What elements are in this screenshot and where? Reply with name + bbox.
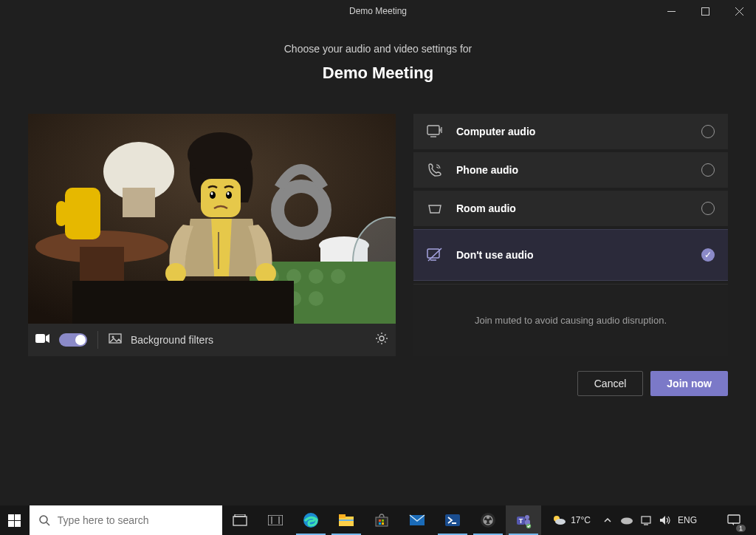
audio-option-none[interactable]: Don't use audio — [413, 229, 728, 281]
svg-rect-43 — [15, 514, 21, 520]
svg-point-35 — [112, 336, 114, 338]
svg-rect-60 — [379, 522, 381, 525]
svg-rect-44 — [8, 521, 14, 527]
audio-option-computer[interactable]: Computer audio — [413, 114, 728, 149]
task-timeline-button[interactable] — [258, 505, 293, 535]
taskbar-search[interactable] — [30, 505, 222, 535]
taskbar-app-mail[interactable] — [399, 505, 435, 535]
radio-icon — [701, 125, 715, 138]
subheading: Choose your audio and video settings for — [0, 43, 756, 55]
phone-audio-icon — [427, 163, 443, 177]
svg-point-26 — [226, 191, 232, 199]
join-label: Join now — [667, 378, 712, 389]
room-audio-icon — [427, 202, 443, 214]
tray-onedrive-icon[interactable] — [620, 516, 633, 525]
taskbar: T 17°C ENG 1 — [0, 505, 756, 535]
svg-rect-24 — [201, 179, 241, 217]
divider — [97, 331, 98, 349]
taskbar-app-powershell[interactable] — [435, 505, 470, 535]
minimize-button[interactable] — [654, 0, 688, 22]
taskbar-pinned: T — [222, 505, 541, 535]
svg-rect-10 — [123, 188, 155, 217]
search-icon — [38, 514, 50, 526]
prejoin-screen: Choose your audio and video settings for… — [0, 22, 756, 505]
svg-rect-61 — [382, 522, 384, 525]
titlebar: Demo Meeting — [0, 0, 756, 22]
radio-checked-icon — [701, 248, 715, 262]
background-filters-button[interactable]: Background filters — [131, 334, 213, 346]
svg-point-27 — [211, 192, 213, 195]
svg-point-68 — [489, 520, 492, 523]
windows-icon — [8, 514, 21, 527]
close-button[interactable] — [722, 0, 756, 22]
start-button[interactable] — [0, 505, 30, 535]
svg-point-71 — [525, 515, 529, 519]
camera-icon — [35, 333, 50, 347]
maximize-button[interactable] — [688, 0, 722, 22]
action-center-button[interactable]: 1 — [718, 505, 750, 535]
cancel-button[interactable]: Cancel — [577, 371, 644, 396]
weather-icon — [551, 514, 566, 526]
svg-point-36 — [379, 336, 384, 341]
svg-rect-49 — [235, 514, 245, 517]
taskbar-app-teams[interactable]: T — [506, 505, 541, 535]
svg-rect-56 — [339, 519, 354, 521]
no-audio-icon — [427, 248, 443, 262]
svg-point-66 — [487, 516, 489, 519]
svg-point-30 — [165, 263, 186, 284]
taskbar-app-edge[interactable] — [293, 505, 329, 535]
tray-chevron-icon[interactable] — [601, 517, 614, 523]
svg-line-47 — [47, 522, 49, 525]
svg-point-76 — [621, 518, 633, 525]
svg-rect-50 — [268, 515, 283, 525]
svg-rect-48 — [233, 517, 247, 525]
tray-network-icon[interactable] — [639, 515, 653, 525]
svg-rect-33 — [35, 334, 45, 343]
join-now-button[interactable]: Join now — [650, 371, 728, 396]
svg-point-64 — [481, 513, 495, 528]
svg-point-18 — [309, 269, 323, 284]
weather-widget[interactable]: 17°C — [547, 514, 595, 526]
taskbar-app-explorer[interactable] — [329, 505, 364, 535]
audio-option-label: Don't use audio — [456, 249, 688, 261]
video-controls-bar: Background filters — [28, 324, 396, 356]
camera-feed-image — [28, 114, 396, 324]
hint-text: Join muted to avoid causing audio disrup… — [475, 315, 667, 326]
svg-point-19 — [331, 269, 346, 284]
svg-rect-1 — [701, 7, 709, 15]
svg-point-23 — [188, 132, 252, 177]
video-preview — [28, 114, 396, 324]
search-input[interactable] — [58, 514, 213, 526]
audio-option-label: Room audio — [456, 202, 688, 214]
camera-toggle[interactable] — [59, 333, 87, 347]
svg-point-67 — [484, 520, 487, 523]
task-view-button[interactable] — [222, 505, 258, 535]
audio-option-label: Phone audio — [456, 164, 688, 176]
action-row: Cancel Join now — [0, 356, 756, 396]
svg-point-28 — [227, 192, 230, 195]
window-controls — [654, 0, 756, 22]
system-tray: 17°C ENG 1 — [541, 505, 756, 535]
svg-rect-59 — [382, 519, 384, 522]
tray-language[interactable]: ENG — [678, 515, 697, 525]
computer-audio-icon — [427, 125, 443, 138]
svg-point-25 — [210, 191, 216, 199]
meeting-name: Demo Meeting — [0, 64, 756, 83]
svg-rect-7 — [65, 188, 100, 239]
background-filters-icon — [109, 333, 122, 347]
weather-temp: 17°C — [571, 515, 591, 525]
audio-option-room[interactable]: Room audio — [413, 191, 728, 226]
audio-option-label: Computer audio — [456, 126, 688, 137]
svg-point-22 — [309, 291, 323, 306]
notification-badge: 1 — [736, 525, 746, 532]
svg-text:T: T — [519, 517, 523, 525]
tray-volume-icon[interactable] — [659, 515, 672, 525]
audio-hint: Join muted to avoid causing audio disrup… — [413, 284, 728, 356]
radio-icon — [701, 202, 715, 215]
svg-point-73 — [526, 524, 531, 528]
taskbar-app-obs[interactable] — [470, 505, 506, 535]
taskbar-app-store[interactable] — [364, 505, 399, 535]
device-settings-button[interactable] — [375, 332, 388, 348]
audio-option-phone[interactable]: Phone audio — [413, 152, 728, 188]
svg-point-75 — [555, 519, 566, 525]
